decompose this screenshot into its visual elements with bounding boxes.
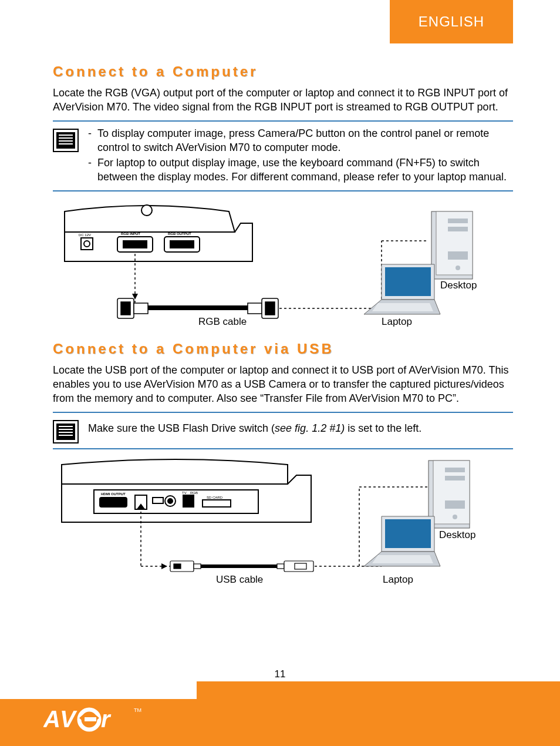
svg-marker-72 bbox=[372, 555, 433, 563]
svg-rect-16 bbox=[134, 303, 148, 314]
svg-point-8 bbox=[84, 241, 90, 247]
usb-cable-label: USB cable bbox=[216, 574, 263, 586]
note-suffix: is set to the left. bbox=[345, 422, 421, 434]
svg-rect-2 bbox=[59, 135, 73, 136]
svg-rect-59 bbox=[295, 563, 306, 569]
svg-rect-3 bbox=[59, 137, 73, 139]
svg-rect-17 bbox=[121, 302, 130, 315]
svg-rect-48 bbox=[183, 495, 194, 507]
note-em: see fig. 1.2 #1) bbox=[275, 422, 345, 434]
note-icon bbox=[53, 129, 79, 152]
footer: 11 A V r TM bbox=[0, 681, 560, 746]
svg-point-68 bbox=[453, 515, 457, 519]
diagram-usb-connection: HDMI OUTPUT TV RGB SD CARD bbox=[53, 458, 513, 593]
svg-rect-39 bbox=[59, 432, 73, 433]
dc-label: DC 12V bbox=[79, 233, 91, 237]
page-content: Connect to a Computer Locate the RGB (VG… bbox=[53, 63, 513, 604]
section1-note-box: To display computer image, press Camera/… bbox=[53, 120, 513, 191]
svg-rect-55 bbox=[194, 564, 201, 569]
diagram-rgb-connection: DC 12V RGB INPUT RGB OUTPUT bbox=[53, 200, 513, 329]
svg-rect-66 bbox=[445, 476, 465, 480]
note-item: To display computer image, press Camera/… bbox=[88, 126, 513, 155]
laptop-label: Laptop bbox=[382, 316, 412, 328]
hdmi-label: HDMI OUTPUT bbox=[101, 492, 126, 496]
svg-point-30 bbox=[456, 266, 460, 270]
svg-marker-52 bbox=[161, 563, 167, 569]
svg-rect-5 bbox=[59, 143, 73, 145]
laptop-label: Laptop bbox=[383, 574, 413, 586]
svg-rect-54 bbox=[174, 564, 181, 569]
section2-note-box: Make sure the USB Flash Drive switch (se… bbox=[53, 412, 513, 449]
language-tab: ENGLISH bbox=[390, 0, 513, 43]
svg-marker-32 bbox=[385, 267, 431, 296]
section1-notes: To display computer image, press Camera/… bbox=[88, 126, 513, 186]
rgb-output-label: RGB OUTPUT bbox=[168, 232, 191, 236]
rgb-label: RGB bbox=[190, 491, 198, 495]
rgb-cable-label: RGB cable bbox=[198, 316, 247, 328]
svg-rect-42 bbox=[100, 498, 127, 507]
svg-text:V: V bbox=[60, 706, 77, 732]
svg-rect-10 bbox=[123, 241, 147, 248]
svg-rect-18 bbox=[148, 305, 248, 310]
svg-rect-28 bbox=[448, 227, 468, 231]
svg-point-47 bbox=[168, 499, 173, 503]
svg-rect-67 bbox=[445, 500, 465, 509]
sd-label: SD CARD bbox=[207, 496, 223, 499]
svg-marker-34 bbox=[372, 303, 433, 311]
section1-heading: Connect to a Computer bbox=[53, 63, 513, 80]
note-prefix: Make sure the USB Flash Drive switch ( bbox=[88, 422, 275, 434]
svg-rect-4 bbox=[59, 140, 73, 142]
svg-rect-19 bbox=[248, 303, 262, 314]
svg-point-6 bbox=[141, 205, 152, 216]
section2-paragraph: Locate the USB port of the computer or l… bbox=[53, 363, 513, 406]
svg-rect-57 bbox=[277, 564, 284, 569]
svg-text:A: A bbox=[43, 706, 60, 732]
note-item: For laptop to output display image, use … bbox=[88, 156, 513, 184]
svg-rect-38 bbox=[59, 429, 73, 430]
svg-rect-27 bbox=[448, 219, 468, 223]
svg-marker-70 bbox=[385, 519, 431, 548]
section1-paragraph: Locate the RGB (VGA) output port of the … bbox=[53, 86, 513, 115]
svg-rect-65 bbox=[445, 468, 465, 472]
rgb-input-label: RGB INPUT bbox=[121, 232, 140, 236]
svg-rect-76 bbox=[85, 717, 96, 721]
brand-logo: A V r TM bbox=[43, 705, 141, 734]
section2-note: Make sure the USB Flash Drive switch (se… bbox=[88, 418, 421, 439]
desktop-label: Desktop bbox=[440, 280, 477, 291]
page-number: 11 bbox=[0, 668, 560, 680]
svg-rect-45 bbox=[153, 498, 163, 503]
svg-rect-29 bbox=[448, 251, 468, 260]
svg-text:r: r bbox=[101, 706, 112, 732]
svg-rect-56 bbox=[201, 564, 277, 568]
svg-rect-21 bbox=[265, 302, 275, 315]
note-icon bbox=[53, 420, 79, 443]
tv-label: TV bbox=[182, 491, 187, 495]
desktop-label: Desktop bbox=[439, 529, 475, 541]
svg-rect-40 bbox=[59, 435, 73, 436]
svg-rect-49 bbox=[203, 500, 231, 507]
svg-rect-12 bbox=[170, 241, 194, 248]
section2-heading: Connect to a Computer via USB bbox=[53, 341, 513, 357]
trademark: TM bbox=[134, 707, 141, 713]
svg-rect-37 bbox=[59, 426, 73, 427]
